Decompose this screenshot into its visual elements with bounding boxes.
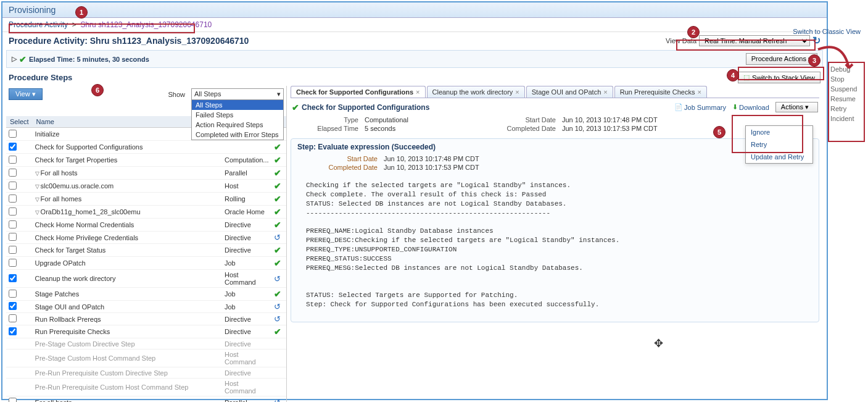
close-icon[interactable]: × bbox=[416, 88, 420, 96]
close-icon[interactable]: × bbox=[697, 88, 701, 96]
step-name[interactable]: Check for Target Status bbox=[33, 244, 222, 257]
view-data-select[interactable]: Real Time: Manual Refresh bbox=[699, 35, 810, 46]
side-menu-item[interactable]: Incident bbox=[830, 114, 866, 124]
side-menu-item[interactable]: Suspend bbox=[830, 84, 866, 94]
side-menu-item[interactable]: Resume bbox=[830, 94, 866, 104]
expand-icon[interactable]: ▽ bbox=[35, 209, 39, 216]
switch-classic-link[interactable]: Switch to Classic View bbox=[793, 28, 861, 35]
row-checkbox[interactable] bbox=[9, 195, 17, 203]
filter-option[interactable]: Failed Steps bbox=[192, 110, 283, 120]
step-name[interactable]: ▽For all hosts bbox=[33, 167, 222, 180]
step-status: ✔ bbox=[271, 141, 286, 154]
filter-option[interactable]: Completed with Error Steps bbox=[192, 130, 283, 140]
status-running-icon: ↺ bbox=[274, 233, 281, 242]
row-checkbox[interactable] bbox=[9, 259, 17, 267]
row-checkbox[interactable] bbox=[9, 156, 17, 164]
expand-icon[interactable]: ▽ bbox=[35, 196, 39, 203]
step-status: ↺ bbox=[271, 396, 286, 403]
step-name: Pre-Stage Custom Host Command Step bbox=[33, 350, 222, 367]
row-checkbox[interactable] bbox=[9, 302, 17, 310]
step-name[interactable]: Check for Supported Configurations bbox=[33, 141, 222, 154]
row-checkbox[interactable] bbox=[9, 182, 17, 190]
step-name[interactable]: Upgrade OPatch bbox=[33, 257, 222, 270]
status-ok-icon: ✔ bbox=[274, 168, 281, 178]
step-name[interactable]: ▽OraDb11g_home1_28_slc00emu bbox=[33, 206, 222, 219]
step-status: ↺ bbox=[271, 232, 286, 244]
filter-option[interactable]: All Steps bbox=[192, 100, 283, 110]
expand-icon[interactable]: ▽ bbox=[35, 170, 39, 177]
col-select: Select bbox=[6, 116, 33, 128]
row-checkbox[interactable] bbox=[9, 143, 17, 151]
chevron-down-icon: ▾ bbox=[277, 90, 281, 98]
actions-menu-item[interactable]: Retry bbox=[746, 138, 812, 151]
step-name[interactable]: Run Rollback Prereqs bbox=[33, 313, 222, 325]
close-icon[interactable]: × bbox=[603, 88, 607, 96]
step-status: ✔ bbox=[271, 325, 286, 338]
step-type: Oracle Home bbox=[222, 206, 271, 219]
step-name[interactable]: Check for Target Properties bbox=[33, 154, 222, 167]
row-checkbox[interactable] bbox=[9, 290, 17, 298]
expand-icon[interactable]: ▽ bbox=[35, 183, 39, 190]
callout-6: 6 bbox=[91, 84, 104, 96]
step-type: Parallel bbox=[222, 167, 271, 180]
status-ok-icon: ✔ bbox=[274, 181, 281, 191]
elapsed-time: ▷ ✔ Elapsed Time: 5 minutes, 30 seconds bbox=[12, 54, 149, 64]
step-name[interactable]: Run Prerequisite Checks bbox=[33, 325, 222, 338]
step-name: Pre-Run Prerequisite Custom Directive St… bbox=[33, 367, 222, 379]
actions-menu-item[interactable]: Update and Retry bbox=[746, 151, 812, 163]
row-checkbox[interactable] bbox=[9, 314, 17, 322]
status-ok-icon: ✔ bbox=[292, 103, 299, 112]
row-checkbox[interactable] bbox=[9, 398, 17, 402]
step-name[interactable]: ▽For all homes bbox=[33, 193, 222, 206]
detail-info: TypeComputational Start DateJun 10, 2013… bbox=[291, 116, 819, 136]
move-cursor-icon: ✥ bbox=[654, 337, 663, 350]
tab[interactable]: Run Prerequisite Checks × bbox=[614, 86, 707, 98]
status-running-icon: ↺ bbox=[274, 314, 281, 324]
row-checkbox[interactable] bbox=[9, 274, 17, 282]
side-menu-item[interactable]: Retry bbox=[830, 104, 866, 114]
step-type: Computation... bbox=[222, 154, 271, 167]
tab[interactable]: Stage OUI and OPatch × bbox=[526, 86, 613, 98]
status-ok-icon: ✔ bbox=[274, 194, 281, 204]
step-name[interactable]: Check Home Normal Credentials bbox=[33, 219, 222, 232]
step-box: Step: Evaluate expression (Succeeded) St… bbox=[291, 138, 819, 322]
step-name[interactable]: For all hosts bbox=[33, 396, 222, 403]
row-checkbox[interactable] bbox=[9, 207, 17, 216]
tab[interactable]: Cleanup the work directory × bbox=[427, 86, 525, 98]
expand-icon[interactable]: ▷ bbox=[12, 55, 17, 63]
status-ok-icon: ✔ bbox=[274, 327, 281, 337]
procedure-actions-button[interactable]: Procedure Actions ▾ bbox=[746, 53, 817, 65]
row-checkbox[interactable] bbox=[9, 246, 17, 254]
row-checkbox[interactable] bbox=[9, 220, 17, 228]
download-link[interactable]: ⬇Download bbox=[732, 103, 769, 111]
step-name[interactable]: Cleanup the work directory bbox=[33, 270, 222, 288]
actions-menu-item[interactable]: Ignore bbox=[746, 126, 812, 138]
callout-3: 3 bbox=[808, 54, 820, 67]
status-ok-icon: ✔ bbox=[274, 245, 281, 255]
step-name[interactable]: ▽slc00emu.us.oracle.com bbox=[33, 180, 222, 193]
step-name[interactable]: Check Home Privilege Credentials bbox=[33, 232, 222, 244]
view-menu-button[interactable]: View ▾ bbox=[9, 88, 43, 100]
step-status: ✔ bbox=[271, 288, 286, 301]
status-ok-icon: ✔ bbox=[274, 142, 281, 152]
step-status: ↺ bbox=[271, 270, 286, 288]
row-checkbox[interactable] bbox=[9, 130, 17, 138]
tab[interactable]: Check for Supported Configurations × bbox=[291, 86, 426, 98]
row-checkbox[interactable] bbox=[9, 169, 17, 177]
step-type: Directive bbox=[222, 232, 271, 244]
step-status: ✔ bbox=[271, 219, 286, 232]
switch-stack-view-button[interactable]: ⬚ Switch to Stack View bbox=[738, 72, 820, 83]
step-name[interactable]: Stage Patches bbox=[33, 288, 222, 301]
close-icon[interactable]: × bbox=[515, 88, 519, 96]
row-checkbox[interactable] bbox=[9, 327, 17, 335]
filter-dropdown[interactable]: All Steps▾ bbox=[191, 88, 284, 100]
job-summary-link[interactable]: 📄Job Summary bbox=[674, 103, 726, 111]
filter-option[interactable]: Action Required Steps bbox=[192, 120, 283, 130]
step-status: ↺ bbox=[271, 301, 286, 313]
status-ok-icon: ✔ bbox=[274, 155, 281, 165]
breadcrumb-root[interactable]: Procedure Activity bbox=[9, 20, 68, 29]
step-name[interactable]: Stage OUI and OPatch bbox=[33, 301, 222, 313]
status-ok-icon: ✔ bbox=[274, 220, 281, 230]
row-checkbox[interactable] bbox=[9, 233, 17, 241]
actions-button[interactable]: Actions ▾ bbox=[775, 102, 818, 112]
